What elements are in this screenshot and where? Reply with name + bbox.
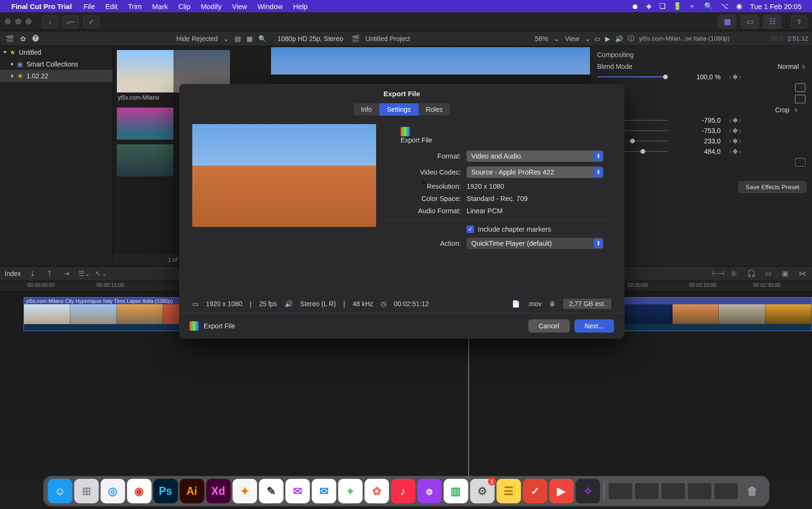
menu-mark[interactable]: Mark xyxy=(147,2,173,10)
tab-roles[interactable]: Roles xyxy=(418,103,451,116)
dock-app-blender[interactable]: ✦ xyxy=(232,479,257,503)
dock-app-mail[interactable]: ✉ xyxy=(312,479,336,503)
keyframe-diamond-icon[interactable] xyxy=(732,74,738,79)
insert-icon[interactable]: ⤓ xyxy=(27,269,38,278)
dock-app-chrome[interactable]: ◉ xyxy=(127,479,151,503)
codec-select[interactable]: Source - Apple ProRes 422▲▼ xyxy=(467,167,603,178)
search-icon[interactable]: 🔍 xyxy=(258,35,266,42)
siri-icon[interactable]: ◉ xyxy=(732,2,746,10)
connect-icon[interactable]: ☰⌄ xyxy=(78,269,89,278)
dock-minimized-window[interactable] xyxy=(608,483,632,500)
dock-app-notes[interactable]: ☰ xyxy=(496,479,521,503)
clip-appearance-icon[interactable]: ▭ xyxy=(763,269,773,278)
dock-app-photoshop[interactable]: Ps xyxy=(153,479,178,503)
menu-view[interactable]: View xyxy=(227,2,252,10)
dock-app-xd[interactable]: Xd xyxy=(206,479,230,503)
grid-view-icon[interactable]: ▤ xyxy=(235,35,241,42)
layout-b-icon[interactable]: ▭ xyxy=(740,15,759,29)
skim-icon[interactable]: ⊪ xyxy=(729,269,739,278)
save-effects-preset-button[interactable]: Save Effects Preset xyxy=(738,181,806,193)
dock-app-podcasts[interactable]: ⌾ xyxy=(417,479,442,503)
tab-settings[interactable]: Settings xyxy=(379,103,418,116)
disclosure-triangle-icon[interactable] xyxy=(3,51,7,54)
dock-app-messenger[interactable]: ✉ xyxy=(285,479,310,503)
dock-minimized-window[interactable] xyxy=(687,483,712,500)
import-button[interactable]: ↓ xyxy=(42,16,58,28)
list-view-icon[interactable]: ▦ xyxy=(246,35,253,42)
overwrite-icon[interactable]: ⇥ xyxy=(61,269,72,278)
dock-minimized-window[interactable] xyxy=(634,483,659,500)
dock-app-maps[interactable]: ⌖ xyxy=(338,479,362,503)
action-select[interactable]: QuickTime Player (default)▲▼ xyxy=(467,238,603,249)
dock-app-pen-app[interactable]: ✎ xyxy=(259,479,283,503)
menu-file[interactable]: File xyxy=(78,2,100,10)
clip-thumbnail[interactable] xyxy=(117,108,173,140)
dock-app-music[interactable]: ♪ xyxy=(391,479,415,503)
share-button[interactable]: ⇪ xyxy=(791,16,807,28)
layout-a-icon[interactable]: ▦ xyxy=(718,15,737,29)
hide-rejected-dropdown[interactable]: Hide Rejected xyxy=(176,35,218,42)
opacity-slider[interactable] xyxy=(597,74,668,80)
dock-app-settings[interactable]: ⚙ xyxy=(470,479,494,503)
view-dropdown[interactable]: View xyxy=(565,35,579,42)
format-select[interactable]: Video and Audio▲▼ xyxy=(467,150,603,162)
photos-source-icon[interactable]: ✿ xyxy=(20,35,26,42)
effects-icon[interactable]: ▣ xyxy=(780,269,790,278)
dashed-square-icon[interactable] xyxy=(795,158,805,167)
battery-icon[interactable]: 🔋 xyxy=(669,2,686,10)
dock-trash[interactable]: 🗑 xyxy=(740,479,764,503)
blend-mode-value[interactable]: Normal xyxy=(778,63,799,70)
traffic-lights[interactable] xyxy=(5,18,32,25)
cancel-button[interactable]: Cancel xyxy=(528,319,570,333)
arrow-tool-icon[interactable]: ↖⌄ xyxy=(95,269,106,278)
event-row[interactable]: ★ 1.02.22 xyxy=(0,70,113,82)
dock-app-launchpad[interactable]: ⊞ xyxy=(74,479,98,503)
square-icon[interactable] xyxy=(795,83,805,92)
square-icon[interactable] xyxy=(795,95,805,103)
dock-minimized-window[interactable] xyxy=(714,483,738,500)
menubar-clock[interactable]: Tue 1 Feb 20:05 xyxy=(746,2,805,10)
append-icon[interactable]: ⤒ xyxy=(44,269,55,278)
menu-window[interactable]: Window xyxy=(252,2,287,10)
dock-app-todoist[interactable]: ✓ xyxy=(523,479,547,503)
inspector-info-icon[interactable]: ⓘ xyxy=(628,34,634,43)
dock-app-finalcut[interactable]: ✧ xyxy=(575,479,600,503)
clip-thumbnail[interactable] xyxy=(117,144,173,176)
viewer-zoom[interactable]: 58% xyxy=(535,35,548,42)
dock-app-photos[interactable]: ✿ xyxy=(364,479,389,503)
background-tasks-button[interactable]: ✓ xyxy=(83,16,99,28)
chapter-markers-checkbox[interactable]: ✓ xyxy=(467,225,474,233)
dock-app-safari[interactable]: ◎ xyxy=(100,479,125,503)
next-button[interactable]: Next... xyxy=(574,319,614,333)
index-button[interactable]: Index xyxy=(5,270,21,277)
control-center-icon[interactable]: ⌥ xyxy=(717,2,732,10)
updown-caret-icon[interactable]: ⇅ xyxy=(802,64,805,69)
crop-label[interactable]: Crop xyxy=(775,106,789,114)
updown-caret-icon[interactable]: ⇅ xyxy=(794,108,798,113)
keyframe-diamond-icon[interactable] xyxy=(732,117,738,123)
inspector-video-icon[interactable]: ▭ xyxy=(594,35,600,42)
dock-app-numbers[interactable]: ▥ xyxy=(443,479,468,503)
layout-c-icon[interactable]: ☷ xyxy=(763,15,782,29)
menu-clip[interactable]: Clip xyxy=(173,2,196,10)
dock-app-finder[interactable]: ☺ xyxy=(48,479,72,503)
tab-info[interactable]: Info xyxy=(353,103,379,116)
clapper-icon[interactable]: 🎬 xyxy=(6,35,14,42)
dock-minimized-window[interactable] xyxy=(661,483,685,500)
display-icon[interactable]: ❏ xyxy=(656,2,669,10)
keyword-button[interactable]: ⌕─ xyxy=(63,16,79,28)
menu-help[interactable]: Help xyxy=(288,2,313,10)
solo-icon[interactable]: 🎧 xyxy=(746,269,756,278)
menu-modify[interactable]: Modify xyxy=(196,2,227,10)
inspector-mute-icon[interactable]: 🔊 xyxy=(615,35,623,42)
wifi-icon[interactable]: ᯤ xyxy=(686,2,700,10)
keyframe-diamond-icon[interactable] xyxy=(732,128,738,133)
dock-app-illustrator[interactable]: Ai xyxy=(180,479,204,503)
transitions-icon[interactable]: ⋈ xyxy=(797,269,807,278)
keyframe-diamond-icon[interactable] xyxy=(732,138,738,143)
smart-collections-row[interactable]: ▣ Smart Collections xyxy=(0,58,113,70)
menu-trim[interactable]: Trim xyxy=(123,2,147,10)
library-row[interactable]: ★ Untitled xyxy=(0,46,113,58)
dock-app-anydesk[interactable]: ▶ xyxy=(549,479,574,503)
spotlight-icon[interactable]: 🔍 xyxy=(700,2,717,10)
